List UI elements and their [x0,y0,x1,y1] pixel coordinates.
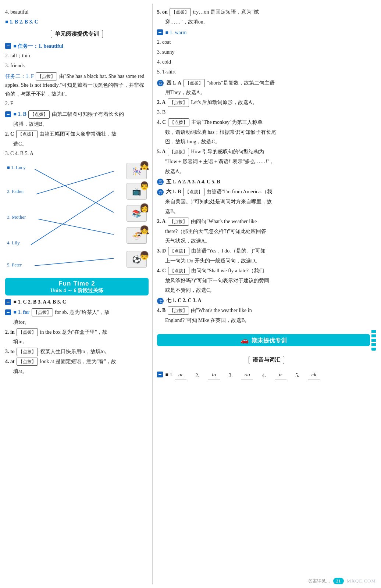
phonics-sep2: 3. [229,371,233,380]
ans-1b-text2: 胳膊，故选B。 [5,120,149,129]
footer: 答案详见… 21 MXQE.COM [308,578,376,584]
text-4-4-part1: 主语"The monkey"为第三人称单 [191,119,263,125]
figure-5: 👦 [139,251,149,261]
stripe-decoration [371,329,376,351]
figure-4: 👧 [139,225,149,235]
phonics-item-5: ck [308,370,320,380]
ans-4at-text2: 填at。 [5,367,149,376]
section2-title: 语音与词汇 [249,356,284,364]
text-4-1: "shorts"是复数，故第二句主语 [207,80,275,86]
text-4-4-2: 数，谓语动词应填 has；根据常识可知猴子有长尾 [157,128,376,137]
text-6-2-3: 天气状况，故选A。 [157,237,376,245]
phonics-sep1: 2. [195,371,199,380]
dianbo-4-4: 【点拨】 [168,118,189,126]
car-icon: 🚗 [241,336,249,344]
text-6-2-2: there?（那里的天气怎么样?)"可知此处应回答 [157,227,376,236]
answer1-group: ■ 1. B 2. B 3. C [5,18,149,26]
fun-time-title: Fun Time 2 [5,280,149,287]
ans-2c-line: 2. C 【点拨】 由第五幅图可知大象非常强壮，故 [5,130,149,139]
ans-1for-text2: 填for。 [5,318,149,327]
dianbo-on: 【点拨】 [170,8,191,16]
dianbo-4-2: 【点拨】 [168,98,189,107]
section1-title-wrapper: 单元阅读提优专训 [5,28,149,40]
ans-4-5a-line: 5. A 【点拨】 How 引导的感叹句的句型结构为 [157,147,376,156]
task1-line2: 2. tall；thin [5,51,149,60]
phonics-sep4: 5. [295,371,299,380]
ans-4-4c-line: 4. C 【点拨】 主语"The monkey"为第三人称单 [157,118,376,127]
dianbo-6-1: 【点拨】 [183,188,204,196]
ans-2in-line: 2. in 【点拨】 in the box 意为"在盒子里"，故 [5,328,149,337]
text-6-1-part1: 由答语"I'm from America.（我 [206,189,272,194]
text-on: try…on 是固定短语，意为"试 [193,9,259,15]
text-6-4-part1: 由问句"Shall we fly a kite?（我们 [191,268,264,273]
dianbo-7-4: 【点拨】 [168,306,189,315]
phonics-row: ur 2. ta 3. ou 4. ir 5. ck [175,370,320,380]
dianbo-6-4: 【点拨】 [168,267,189,275]
blue-square-icon [5,43,11,49]
ans-4at-text: look at 是固定短语，意为"看"，故 [40,359,116,364]
blue-square-icon3 [5,299,11,305]
ans-1for-text-part: for sb. 意为"给某人"，故 [55,309,110,315]
ans-2c-text: 由第五幅图可知大象非常强壮，故 [39,131,117,137]
task2-line1: 任务二：1. F 【点拨】 由"She has a black hat. She… [5,72,149,98]
dianbo2c: 【点拨】 [16,130,38,138]
task1-line3: 3. friends [5,61,149,70]
ans-1for-line: ■ 1. for 【点拨】 for sb. 意为"给某人"，故 [5,308,149,317]
task1-label: ■ 任务一：1. beautiful [5,43,63,49]
ans-6-1b-line: 六 六 1. B 【点拨】 由答语"I'm from America.（我 [157,187,376,196]
svg-line-2 [38,219,114,234]
text-6-3-2: 上一句为 Do 开头的一般疑问句，故选D。 [157,257,376,265]
cn-num-7: 七 [157,298,164,304]
dianbo-for: 【点拨】 [32,308,53,316]
text-4-5-2: "How＋形容词＋主语＋谓语!"表示"多么……!"， [157,157,376,166]
text-4-1-2: 用They，故选A。 [157,88,376,97]
blue-square-icon2 [5,111,11,117]
ans-6-3d-line: 3. D 【点拨】 由答语"Yes，I do.（是的。)"可知 [157,247,376,255]
ans-2in-text: in the box 意为"在盒子里"，故 [40,329,107,335]
ans-5-line: 五 五 1. A 2. A 3. A 4. C 5. B [157,178,376,186]
watermark: MXQE.COM [347,578,376,584]
ans-3to-text: 祝某人生日快乐用to，故填to。 [40,349,110,354]
text-6-3-part1: 由答语"Yes，I do.（是的。)"可知 [191,248,266,254]
period-title: 🚗 期末提优专训 [241,337,287,344]
text-4-4-3: 巴，故填 long，故选C。 [157,137,376,146]
ans-7-4b-line: 4. B 【点拨】 由"What's the weather like in [157,306,376,315]
ans-6-2a-line: 2. A 【点拨】 由问句"What's the weather like [157,217,376,226]
dianbo-6-3: 【点拨】 [168,247,189,255]
period-box-wrapper: 🚗 期末提优专训 [157,329,376,351]
ans-1b-text: 由第二幅图可知猴子有着长长的 [52,111,124,117]
ans-1b-icon: ■ 1. B [5,111,28,117]
ans-4at-line: 4. at 【点拨】 look at 是固定短语，意为"看"，故 [5,357,149,366]
period-box: 🚗 期末提优专训 [157,334,370,346]
ans-7-line: 七 七 1. C 2. C 3. A [157,296,376,305]
phonics-section: ■ 1. ur 2. ta 3. ou 4. ir 5. c [157,369,376,382]
footer-text: 答案详见… [308,578,330,584]
text-6-2-part1: 由问句"What's the weather like [191,219,257,224]
dianbo-4-5: 【点拨】 [168,148,189,156]
blue-square-icon4 [5,309,11,315]
phonics-sep3: 4. [262,371,266,380]
ans-345: 3. C 4. B 5. A [5,149,149,158]
phonics-item-2: ta [208,370,220,380]
ans-2in-text2: 填in。 [5,337,149,346]
ans-3to-line: 3. to 【点拨】 祝某人生日快乐用to，故填to。 [5,347,149,356]
matching-diagram: ■ 1. Lucy 2. Father 3. Mother 4. Lily 5.… [5,161,149,275]
item4-beautiful: 4. beautiful [5,8,149,17]
task2-label: 任务二：1. F [5,74,34,79]
dianbo-in: 【点拨】 [17,328,38,336]
text-4-2: Let's 后加动词原形，故选A。 [191,100,257,105]
text-6-4-2: 放风筝好吗?)"可知下一句表示对于建议的赞同 [157,276,376,285]
ans-4-1a-line: 四 四 1. A 【点拨】 "shorts"是复数，故第二句主语 [157,79,376,87]
svg-line-4 [35,258,114,266]
page-number: 21 [333,578,344,584]
dianbo-4-1: 【点拨】 [184,79,205,87]
text-7-4-part1: 由"What's the weather like in [191,308,252,313]
ans-1warm: ■ 1. warm [157,28,376,37]
section2-title-wrapper: 语音与词汇 [157,354,376,366]
ans-4cold: 4. cold [157,58,376,67]
left-column: 4. beautiful ■ 1. B 2. B 3. C 单元阅读提优专训 ■… [0,4,153,584]
text-4-5-part1: How 引导的感叹句的句型结构为 [191,149,264,154]
dianbo-to: 【点拨】 [17,348,38,356]
ans-2coat: 2. coat [157,38,376,47]
dianbo-6-2: 【点拨】 [168,218,189,226]
